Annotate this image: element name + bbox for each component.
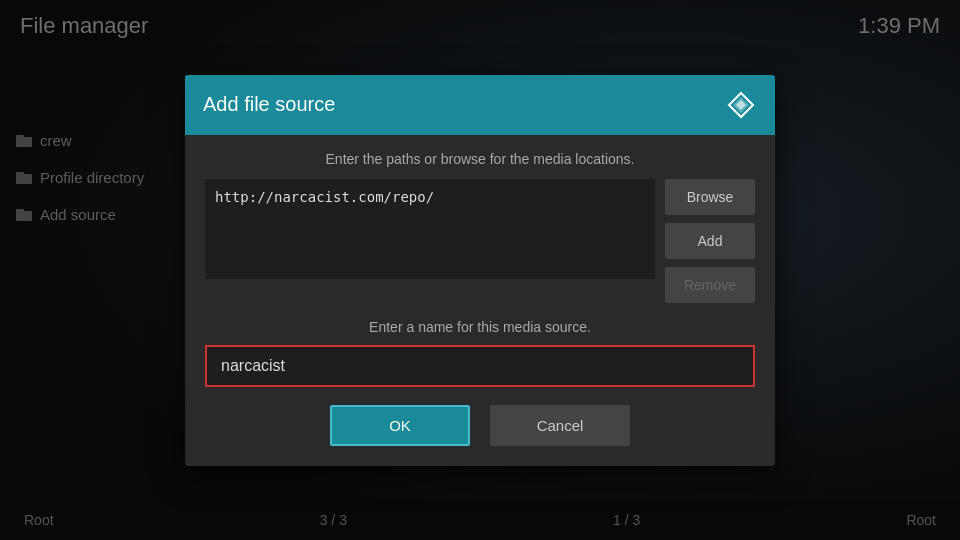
- ok-button[interactable]: OK: [330, 405, 470, 446]
- dialog-title: Add file source: [203, 93, 335, 116]
- add-file-source-dialog: Add file source Enter the paths or brows…: [185, 75, 775, 466]
- browse-button[interactable]: Browse: [665, 179, 755, 215]
- url-section: Browse Add Remove: [205, 179, 755, 303]
- url-textarea[interactable]: [205, 179, 655, 279]
- dialog-header: Add file source: [185, 75, 775, 135]
- name-instruction: Enter a name for this media source.: [205, 319, 755, 335]
- url-buttons: Browse Add Remove: [665, 179, 755, 303]
- remove-button[interactable]: Remove: [665, 267, 755, 303]
- add-button[interactable]: Add: [665, 223, 755, 259]
- name-input[interactable]: [207, 347, 753, 385]
- paths-instruction: Enter the paths or browse for the media …: [205, 151, 755, 167]
- name-input-wrapper: [205, 345, 755, 387]
- cancel-button[interactable]: Cancel: [490, 405, 630, 446]
- dialog-actions: OK Cancel: [205, 405, 755, 446]
- dialog-body: Enter the paths or browse for the media …: [185, 135, 775, 466]
- dialog-overlay: Add file source Enter the paths or brows…: [0, 0, 960, 540]
- kodi-logo-icon: [725, 89, 757, 121]
